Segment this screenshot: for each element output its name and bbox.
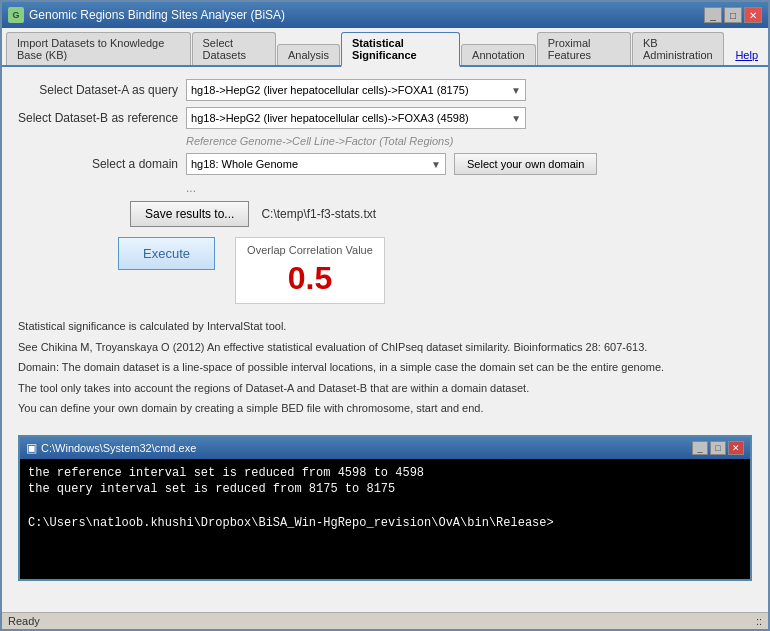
title-bar-left: G Genomic Regions Binding Sites Analyser… <box>8 7 285 23</box>
status-resize: :: <box>756 615 762 627</box>
dataset-b-hint: Reference Genome->Cell Line->Factor (Tot… <box>186 135 752 147</box>
info-line4: Domain: The domain dataset is a line-spa… <box>18 359 752 376</box>
cmd-title-left: ▣ C:\Windows\System32\cmd.exe <box>26 441 196 455</box>
maximize-button[interactable]: □ <box>724 7 742 23</box>
tab-annotation[interactable]: Annotation <box>461 44 536 65</box>
tab-analysis[interactable]: Analysis <box>277 44 340 65</box>
cmd-prompt: C:\Users\natloob.khushi\Dropbox\BiSA_Win… <box>28 515 742 532</box>
tab-select-datasets[interactable]: Select Datasets <box>192 32 276 65</box>
execute-section: Execute Overlap Correlation Value 0.5 <box>18 237 752 304</box>
tab-kb-administration[interactable]: KB Administration <box>632 32 724 65</box>
ellipsis-text: ... <box>186 181 752 195</box>
info-section: Statistical significance is calculated b… <box>18 318 752 421</box>
window-title: Genomic Regions Binding Sites Analyser (… <box>29 8 285 22</box>
execute-button[interactable]: Execute <box>118 237 215 270</box>
dataset-b-arrow: ▼ <box>511 113 521 124</box>
overlap-title: Overlap Correlation Value <box>242 244 378 256</box>
cmd-line-2: the query interval set is reduced from 8… <box>28 481 742 498</box>
dataset-b-dropdown[interactable]: hg18->HepG2 (liver hepatocellular cells)… <box>186 107 526 129</box>
cmd-maximize-button[interactable]: □ <box>710 441 726 455</box>
save-results-row: Save results to... C:\temp\f1-f3-stats.t… <box>18 201 752 227</box>
cmd-line-3 <box>28 498 742 515</box>
main-content: Select Dataset-A as query hg18->HepG2 (l… <box>2 67 768 612</box>
dataset-b-value: hg18->HepG2 (liver hepatocellular cells)… <box>191 112 469 124</box>
tab-proximal-features[interactable]: Proximal Features <box>537 32 631 65</box>
cmd-content: the reference interval set is reduced fr… <box>20 459 750 579</box>
dataset-a-row: Select Dataset-A as query hg18->HepG2 (l… <box>18 79 752 101</box>
main-window: G Genomic Regions Binding Sites Analyser… <box>0 0 770 631</box>
cmd-close-button[interactable]: ✕ <box>728 441 744 455</box>
tab-bar: Import Datasets to Knowledge Base (KB) S… <box>2 28 768 67</box>
domain-arrow: ▼ <box>431 159 441 170</box>
domain-value: hg18: Whole Genome <box>191 158 298 170</box>
overlap-box: Overlap Correlation Value 0.5 <box>235 237 385 304</box>
info-line2: See Chikina M, Troyanskaya O (2012) An e… <box>18 339 752 356</box>
status-text: Ready <box>8 615 40 627</box>
cmd-line-1: the reference interval set is reduced fr… <box>28 465 742 482</box>
tab-statistical-significance[interactable]: Statistical Significance <box>341 32 460 67</box>
overlap-value: 0.5 <box>242 260 378 297</box>
domain-row: Select a domain hg18: Whole Genome ▼ Sel… <box>18 153 752 175</box>
dataset-a-label: Select Dataset-A as query <box>18 83 178 97</box>
status-bar: Ready :: <box>2 612 768 629</box>
cmd-icon: ▣ <box>26 441 37 455</box>
minimize-button[interactable]: _ <box>704 7 722 23</box>
dataset-a-value: hg18->HepG2 (liver hepatocellular cells)… <box>191 84 469 96</box>
info-line5: The tool only takes into account the reg… <box>18 380 752 397</box>
tab-import-datasets[interactable]: Import Datasets to Knowledge Base (KB) <box>6 32 191 65</box>
info-line1: Statistical significance is calculated b… <box>18 318 752 335</box>
dataset-a-arrow: ▼ <box>511 85 521 96</box>
info-line7: You can define your own domain by creati… <box>18 400 752 417</box>
cmd-title-text: C:\Windows\System32\cmd.exe <box>41 442 196 454</box>
domain-label: Select a domain <box>18 157 178 171</box>
dataset-b-row: Select Dataset-B as reference hg18->HepG… <box>18 107 752 129</box>
dataset-b-label: Select Dataset-B as reference <box>18 111 178 125</box>
close-button[interactable]: ✕ <box>744 7 762 23</box>
cmd-minimize-button[interactable]: _ <box>692 441 708 455</box>
app-icon: G <box>8 7 24 23</box>
cmd-window: ▣ C:\Windows\System32\cmd.exe _ □ ✕ the … <box>18 435 752 581</box>
title-buttons: _ □ ✕ <box>704 7 762 23</box>
own-domain-button[interactable]: Select your own domain <box>454 153 597 175</box>
dataset-a-dropdown[interactable]: hg18->HepG2 (liver hepatocellular cells)… <box>186 79 526 101</box>
help-link[interactable]: Help <box>725 45 768 65</box>
title-bar: G Genomic Regions Binding Sites Analyser… <box>2 2 768 28</box>
cmd-title-bar: ▣ C:\Windows\System32\cmd.exe _ □ ✕ <box>20 437 750 459</box>
file-path: C:\temp\f1-f3-stats.txt <box>261 207 376 221</box>
domain-dropdown[interactable]: hg18: Whole Genome ▼ <box>186 153 446 175</box>
cmd-title-buttons: _ □ ✕ <box>692 441 744 455</box>
save-results-button[interactable]: Save results to... <box>130 201 249 227</box>
